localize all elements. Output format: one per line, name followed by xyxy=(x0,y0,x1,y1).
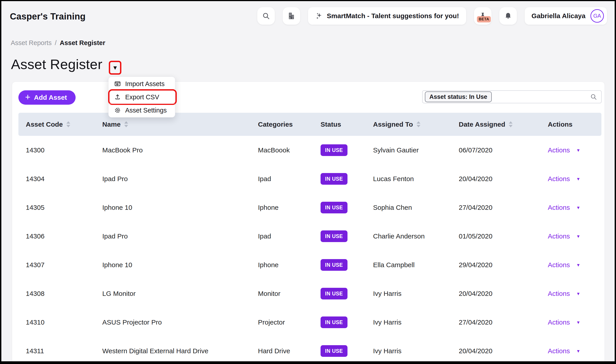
date-assigned-cell: 29/04/2020 xyxy=(459,261,548,269)
column-label: Status xyxy=(321,121,341,128)
asset-register-card: + Add Asset Asset status: In Use Asset C… xyxy=(12,82,605,361)
column-label: Assigned To xyxy=(373,121,413,128)
table-row: 14305Iphone 10IphoneIN USESophia Chen27/… xyxy=(18,193,602,222)
chevron-down-icon: ▼ xyxy=(576,206,580,210)
chevron-down-icon: ▼ xyxy=(576,320,580,325)
table-row: 14306Ipad ProIpadIN USECharlie Anderson0… xyxy=(18,222,602,251)
asset-search-input[interactable]: Asset status: In Use xyxy=(422,90,602,103)
menu-item-export-csv[interactable]: Export CSV xyxy=(108,90,175,104)
sort-icon[interactable] xyxy=(416,121,421,128)
actions-label: Actions xyxy=(548,347,570,355)
date-assigned-cell: 27/04/2020 xyxy=(459,318,548,326)
import-icon xyxy=(114,80,121,87)
status-cell: IN USE xyxy=(321,316,373,328)
sort-icon[interactable] xyxy=(124,121,128,128)
status-badge: IN USE xyxy=(321,173,348,185)
actions-cell: Actions▼ xyxy=(548,175,602,183)
add-asset-label: Add Asset xyxy=(34,94,67,101)
actions-cell: Actions▼ xyxy=(548,347,602,355)
smartmatch-button[interactable]: SmartMatch - Talent suggestions for you! xyxy=(308,7,466,25)
column-header-date-assigned[interactable]: Date Assigned xyxy=(459,121,548,128)
status-cell: IN USE xyxy=(321,288,373,299)
search-button[interactable] xyxy=(257,7,275,25)
status-cell: IN USE xyxy=(321,259,373,271)
asset-code-cell: 14311 xyxy=(26,347,102,355)
actions-button[interactable]: Actions▼ xyxy=(548,318,580,326)
breadcrumb-current: Asset Register xyxy=(60,39,105,47)
gear-icon xyxy=(114,107,121,114)
actions-button[interactable]: Actions▼ xyxy=(548,146,580,154)
asset-name-cell: LG Monitor xyxy=(102,290,258,298)
sort-icon[interactable] xyxy=(66,121,70,128)
column-header-categories: Categories xyxy=(258,121,321,128)
assigned-to-cell: Ella Campbell xyxy=(373,261,459,269)
table-row: 14311Western Digital External Hard Drive… xyxy=(18,337,602,361)
column-label: Actions xyxy=(548,121,573,128)
actions-button[interactable]: Actions▼ xyxy=(548,347,580,355)
actions-button[interactable]: Actions▼ xyxy=(548,233,580,240)
actions-button[interactable]: Actions▼ xyxy=(548,261,580,269)
asset-code-cell: 14305 xyxy=(26,204,102,211)
actions-label: Actions xyxy=(548,290,570,298)
table-header-row: Asset CodeNameCategoriesStatusAssigned T… xyxy=(18,113,602,136)
actions-cell: Actions▼ xyxy=(548,261,602,269)
bell-icon xyxy=(504,12,512,20)
status-cell: IN USE xyxy=(321,173,373,185)
table-row: 14304Ipad ProIpadIN USELucas Fenton20/04… xyxy=(18,165,602,193)
status-cell: IN USE xyxy=(321,345,373,357)
filter-chip-asset-status[interactable]: Asset status: In Use xyxy=(425,91,492,102)
title-dropdown-button[interactable]: ▼ xyxy=(109,61,121,75)
actions-label: Actions xyxy=(548,233,570,240)
chevron-down-icon: ▼ xyxy=(576,349,580,353)
avatar: GA xyxy=(590,9,604,23)
actions-button[interactable]: Actions▼ xyxy=(548,204,580,211)
asset-code-cell: 14306 xyxy=(26,233,102,240)
column-label: Categories xyxy=(258,121,293,128)
assigned-to-cell: Ivy Harris xyxy=(373,347,459,355)
column-header-assigned-to[interactable]: Assigned To xyxy=(373,121,459,128)
topbar-actions: SmartMatch - Talent suggestions for you!… xyxy=(257,7,607,25)
table-row: 14308LG MonitorMonitorIN USEIvy Harris20… xyxy=(18,279,602,308)
menu-item-label: Export CSV xyxy=(125,93,159,101)
chevron-down-icon: ▼ xyxy=(576,234,580,238)
actions-button[interactable]: Actions▼ xyxy=(548,175,580,183)
asset-name-cell: ASUS Projector Pro xyxy=(102,318,258,326)
actions-cell: Actions▼ xyxy=(548,146,602,154)
actions-button[interactable]: Actions▼ xyxy=(548,290,580,298)
column-header-name[interactable]: Name xyxy=(102,121,258,128)
asset-code-cell: 14300 xyxy=(26,146,102,154)
asset-name-cell: Iphone 10 xyxy=(102,261,258,269)
sparkles-icon xyxy=(315,12,323,20)
profile-button[interactable]: Gabriella Alicaya GA xyxy=(525,7,607,25)
menu-item-import-assets[interactable]: Import Assets xyxy=(108,77,175,90)
actions-cell: Actions▼ xyxy=(548,233,602,240)
smartmatch-label: SmartMatch - Talent suggestions for you! xyxy=(327,12,459,20)
actions-cell: Actions▼ xyxy=(548,204,602,211)
category-cell: Ipad xyxy=(258,175,321,183)
date-assigned-cell: 20/04/2020 xyxy=(459,175,548,183)
company-button[interactable] xyxy=(283,7,300,25)
column-header-asset-code[interactable]: Asset Code xyxy=(26,121,102,128)
chevron-down-icon: ▼ xyxy=(576,292,580,296)
user-name: Gabriella Alicaya xyxy=(531,12,586,20)
status-badge: IN USE xyxy=(321,202,348,213)
status-badge: IN USE xyxy=(321,288,348,299)
add-asset-button[interactable]: + Add Asset xyxy=(18,90,76,105)
status-badge: IN USE xyxy=(321,345,348,357)
asset-code-cell: 14307 xyxy=(26,261,102,269)
actions-label: Actions xyxy=(548,146,570,154)
chevron-down-icon: ▼ xyxy=(576,177,580,181)
column-header-actions: Actions xyxy=(548,121,602,128)
asset-code-cell: 14304 xyxy=(26,175,102,183)
assigned-to-cell: Lucas Fenton xyxy=(373,175,459,183)
beta-labs-button[interactable]: BETA xyxy=(474,7,492,25)
column-label: Date Assigned xyxy=(459,121,505,128)
notifications-button[interactable] xyxy=(499,7,517,25)
actions-cell: Actions▼ xyxy=(548,290,602,298)
menu-item-asset-settings[interactable]: Asset Settings xyxy=(108,104,175,117)
date-assigned-cell: 20/04/2020 xyxy=(459,347,548,355)
sort-icon[interactable] xyxy=(509,121,513,128)
breadcrumb-parent[interactable]: Asset Reports xyxy=(11,39,52,47)
category-cell: Monitor xyxy=(258,290,321,298)
search-icon[interactable] xyxy=(590,93,597,100)
